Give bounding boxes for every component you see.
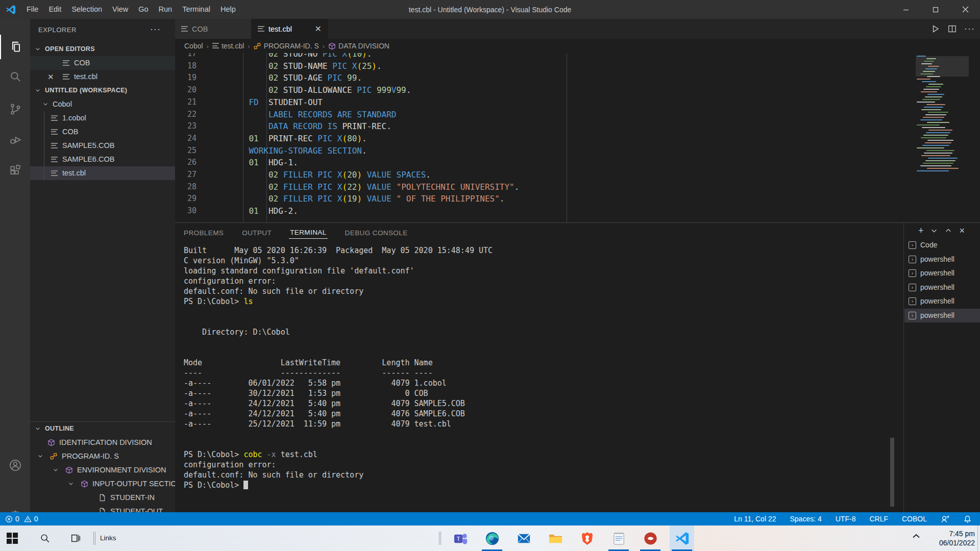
terminal-session-powershell[interactable]: ›powershell	[904, 253, 980, 266]
chevron-down-icon	[37, 453, 43, 459]
outline-item[interactable]: IDENTIFICATION DIVISION	[30, 436, 175, 449]
breadcrumb-item[interactable]: PROGRAM-ID. S	[254, 42, 319, 50]
terminal-session-powershell[interactable]: ›powershell	[904, 309, 980, 322]
panel-tab-debug-console[interactable]: DEBUG CONSOLE	[344, 227, 409, 239]
source-control-icon[interactable]	[0, 97, 30, 121]
terminal-session-code[interactable]: ›Code	[904, 238, 980, 252]
links-toolbar[interactable]: Links	[100, 525, 116, 551]
close-icon[interactable]: ✕	[315, 24, 322, 34]
tab-test.cbl[interactable]: test.cbl✕	[252, 19, 328, 39]
open-editor-item[interactable]: COB	[30, 56, 175, 70]
close-button[interactable]	[950, 0, 980, 19]
start-button[interactable]	[0, 525, 24, 551]
panel-tab-problems[interactable]: PROBLEMS	[183, 227, 225, 239]
notifications-bell-icon[interactable]	[963, 515, 972, 523]
run-and-debug-icon[interactable]	[0, 128, 30, 152]
terminal-dropdown-icon[interactable]	[930, 227, 938, 234]
outline-item[interactable]: STUDENT-IN	[30, 491, 175, 505]
taskbar-app-vscode[interactable]	[670, 525, 694, 551]
maximize-panel-icon[interactable]	[945, 227, 952, 234]
show-desktop-button[interactable]	[977, 525, 980, 551]
menu-go[interactable]: Go	[133, 0, 153, 19]
open-editor-item[interactable]: ✕test.cbl	[30, 70, 175, 84]
terminal-icon: ›	[909, 241, 916, 249]
indentation[interactable]: Spaces: 4	[790, 515, 821, 523]
taskbar-app-brave[interactable]	[575, 525, 599, 551]
code-line: 21 FD STUDENT-OUT	[175, 96, 980, 109]
terminal-scrollbar[interactable]	[890, 438, 894, 507]
feedback-icon[interactable]	[941, 515, 949, 523]
line-number: 29	[175, 193, 197, 205]
open-editors-header[interactable]: OPEN EDITORS	[30, 42, 175, 56]
terminal-output[interactable]: Built May 05 2020 16:26:39 Packaged May …	[184, 245, 493, 490]
split-editor-button[interactable]	[947, 24, 957, 34]
run-button[interactable]	[930, 24, 940, 34]
breadcrumb-item[interactable]: test.cbl	[212, 42, 244, 50]
breadcrumb-item[interactable]: DATA DIVISION	[328, 42, 389, 50]
terminal-icon: ›	[909, 297, 916, 305]
editor-more-actions-icon[interactable]: ···	[964, 23, 975, 34]
terminal-session-powershell[interactable]: ›powershell	[904, 294, 980, 308]
editor-tab-strip: COBtest.cbl✕ ···	[175, 19, 980, 39]
menu-terminal[interactable]: Terminal	[177, 0, 215, 19]
encoding[interactable]: UTF-8	[836, 515, 856, 523]
taskbar-app-mail[interactable]	[511, 525, 536, 551]
panel-tab-output[interactable]: OUTPUT	[241, 227, 273, 239]
outline-item[interactable]: INPUT-OUTPUT SECTION	[30, 477, 175, 491]
extensions-icon[interactable]	[0, 158, 30, 183]
task-view-icon[interactable]	[63, 525, 88, 551]
menu-run[interactable]: Run	[154, 0, 178, 19]
workspace-header[interactable]: UNTITLED (WORKSPACE)	[30, 84, 175, 97]
more-actions-icon[interactable]: ···	[150, 24, 161, 35]
taskbar-app-teams[interactable]: T	[448, 525, 473, 551]
close-panel-icon[interactable]: ×	[959, 226, 965, 235]
title-bar: FileEditSelectionViewGoRunTerminalHelp t…	[0, 0, 980, 19]
tray-time: 7:45 pm	[939, 529, 975, 538]
taskbar-app-notepad[interactable]	[606, 525, 631, 551]
taskbar-app-edge[interactable]	[480, 525, 504, 551]
tab-cob[interactable]: COB	[175, 19, 252, 39]
menu-edit[interactable]: Edit	[43, 0, 66, 19]
file-icon	[51, 115, 58, 121]
menu-view[interactable]: View	[107, 0, 133, 19]
explorer-icon[interactable]	[0, 35, 30, 59]
problems-status[interactable]: 0 0	[0, 515, 38, 523]
terminal-session-powershell[interactable]: ›powershell	[904, 266, 980, 280]
menu-file[interactable]: File	[21, 0, 43, 19]
page-icon	[99, 494, 106, 502]
taskbar-app-red-app[interactable]	[638, 525, 663, 551]
language-mode[interactable]: COBOL	[902, 515, 927, 523]
minimap[interactable]	[916, 53, 969, 176]
terminal-session-powershell[interactable]: ›powershell	[904, 281, 980, 294]
taskbar-search-icon[interactable]	[33, 525, 57, 551]
outline-item[interactable]: ENVIRONMENT DIVISION	[30, 463, 175, 477]
file-item-1.cobol[interactable]: 1.cobol	[30, 111, 175, 125]
outline-section: OUTLINEIDENTIFICATION DIVISIONPROGRAM-ID…	[30, 421, 175, 512]
outline-item[interactable]: STUDENT-OUT	[30, 505, 175, 512]
file-item-cob[interactable]: COB	[30, 125, 175, 139]
new-terminal-icon[interactable]: +	[918, 226, 924, 235]
panel-tab-terminal[interactable]: TERMINAL	[289, 227, 327, 239]
eol-sequence[interactable]: CRLF	[869, 515, 888, 523]
file-item-test.cbl[interactable]: test.cbl	[30, 166, 175, 180]
code-editor[interactable]: 17 02 STUD-NO PIC X(10).18 02 STUD-NAME …	[175, 48, 980, 222]
outline-item[interactable]: PROGRAM-ID. S	[30, 449, 175, 463]
folder-cobol[interactable]: Cobol	[30, 97, 175, 111]
cursor-position[interactable]: Ln 11, Col 22	[734, 515, 776, 523]
menu-selection[interactable]: Selection	[66, 0, 107, 19]
file-item-sample6.cob[interactable]: SAMPLE6.COB	[30, 153, 175, 166]
minimize-button[interactable]	[891, 0, 921, 19]
account-icon[interactable]	[0, 453, 30, 478]
close-icon[interactable]: ✕	[47, 70, 54, 84]
tray-date: 06/01/2022	[939, 538, 975, 547]
maximize-button[interactable]	[921, 0, 950, 19]
file-item-sample5.cob[interactable]: SAMPLE5.COB	[30, 139, 175, 153]
outline-header[interactable]: OUTLINE	[30, 422, 175, 436]
tray-expand-chevron-icon[interactable]	[912, 533, 921, 540]
tree-indent-guide	[44, 111, 44, 180]
clock[interactable]: 7:45 pm 06/01/2022	[939, 529, 975, 547]
search-icon[interactable]	[0, 64, 30, 89]
breadcrumb-item[interactable]: Cobol	[184, 42, 203, 50]
menu-help[interactable]: Help	[215, 0, 241, 19]
taskbar-app-file-explorer[interactable]	[543, 525, 568, 551]
